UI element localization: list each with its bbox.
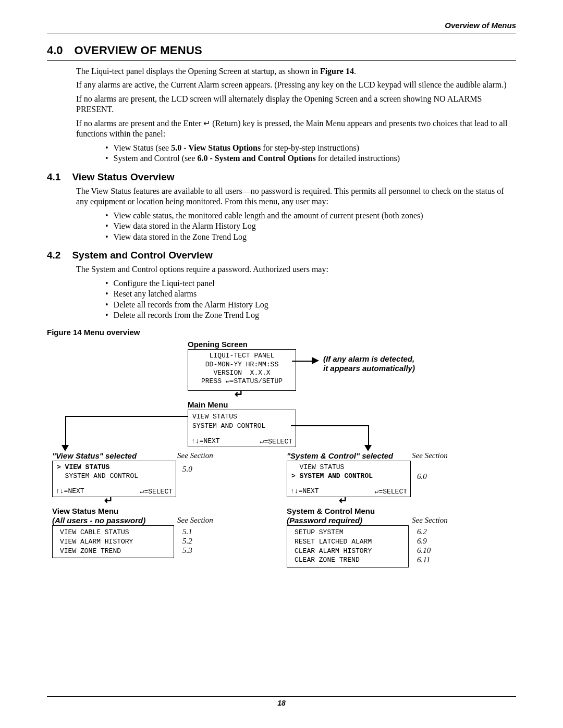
- sc-menu-box: SETUP SYSTEM RESET LATCHED ALARM CLEAR A…: [287, 525, 409, 567]
- vs-menu-label: View Status Menu: [52, 507, 118, 515]
- connector-line: [65, 416, 188, 417]
- alarm-note-1: (If any alarm is detected,: [323, 354, 414, 363]
- sc-selected-label: "System & Control" selected: [287, 451, 393, 460]
- connector-line: [65, 416, 66, 446]
- opening-screen-text: LIQUI-TECT PANEL DD-MON-YY HR:MM:SS VERS…: [192, 352, 291, 386]
- list-item: View cable status, the monitored cable l…: [105, 211, 516, 221]
- sc-selected-section: 6.0: [417, 472, 427, 481]
- see-section-label: See Section: [412, 516, 448, 525]
- bullet-list: View cable status, the monitored cable l…: [76, 211, 516, 242]
- section-number: 4.2: [47, 250, 60, 261]
- para-1: The Liqui-tect panel displays the Openin…: [76, 66, 516, 77]
- section-ref: 5.2: [182, 537, 192, 546]
- page-number: 18: [277, 699, 286, 707]
- main-menu-text: VIEW STATUS SYSTEM AND CONTROL: [192, 412, 291, 430]
- section-number: 4.0: [47, 44, 63, 57]
- section-4-2-body: The System and Control options require a…: [76, 264, 516, 320]
- see-section-label: See Section: [412, 451, 448, 460]
- see-section-label: See Section: [177, 451, 213, 460]
- connector-line: [292, 361, 313, 362]
- section-ref: 5.3: [182, 546, 192, 555]
- list-item: Delete all records from the Zone Trend L…: [105, 310, 516, 320]
- connector-line: [368, 425, 369, 446]
- nav-row: ↑↓=NEXT ↵=SELECT: [188, 437, 296, 446]
- enter-icon: ↵: [235, 388, 243, 400]
- sc-menu-item: RESET LATCHED ALARM: [295, 537, 404, 547]
- heading-rule: [47, 60, 516, 61]
- sc-menu-item: CLEAR ZONE TREND: [295, 556, 404, 565]
- vs-selected-section: 5.0: [182, 465, 192, 474]
- top-rule: [47, 33, 516, 33]
- main-menu-label: Main Menu: [188, 400, 228, 409]
- section-4-1-body: The View Status features are available t…: [76, 186, 516, 242]
- list-item: Reset any latched alarms: [105, 289, 516, 299]
- main-menu-box: VIEW STATUS SYSTEM AND CONTROL ↑↓=NEXT ↵…: [188, 410, 296, 447]
- sc-menu-item: CLEAR ALARM HISTORY: [295, 547, 404, 556]
- figure-caption: Figure 14 Menu overview: [47, 328, 516, 337]
- nav-row: ↑↓=NEXT ↵=SELECT: [287, 487, 410, 496]
- list-item: System and Control (see 6.0 - System and…: [105, 153, 516, 164]
- vs-menu-item: VIEW ALARM HISTORY: [60, 537, 169, 547]
- enter-icon: ↵: [339, 494, 348, 507]
- list-item: Delete all records from the Alarm Histor…: [105, 300, 516, 310]
- para: The View Status features are available t…: [76, 186, 516, 207]
- alarm-note-2: it appears automatically): [323, 364, 415, 373]
- vs-menu-item: VIEW ZONE TREND: [60, 547, 169, 556]
- arrow-down-icon: [364, 445, 372, 451]
- sc-menu-sub: (Password required): [287, 516, 362, 525]
- list-item: View Status (see 5.0 - View Status Optio…: [105, 143, 516, 153]
- arrow-down-icon: [62, 445, 69, 451]
- sc-selected-text: VIEW STATUS > SYSTEM AND CONTROL: [291, 463, 406, 481]
- section-title: System and Control Overview: [72, 250, 212, 261]
- section-4-0-heading: 4.0 OVERVIEW OF MENUS: [47, 44, 516, 57]
- bullet-list-1: View Status (see 5.0 - View Status Optio…: [76, 143, 516, 164]
- section-ref: 6.9: [417, 537, 427, 546]
- section-ref: 6.2: [417, 527, 427, 536]
- para-2: If any alarms are active, the Current Al…: [76, 80, 516, 90]
- section-4-1-heading: 4.1 View Status Overview: [47, 171, 516, 183]
- section-title: OVERVIEW OF MENUS: [75, 44, 203, 57]
- nav-row: ↑↓=NEXT ↵=SELECT: [53, 487, 176, 496]
- sc-selected-box: VIEW STATUS > SYSTEM AND CONTROL ↑↓=NEXT…: [287, 461, 411, 497]
- list-item: View data stored in the Alarm History Lo…: [105, 221, 516, 231]
- sc-menu-label: System & Control Menu: [287, 507, 375, 515]
- enter-icon: ↵: [104, 494, 113, 507]
- arrow-right-icon: [312, 357, 319, 364]
- para-4: If no alarms are present and the Enter ↵…: [76, 118, 516, 140]
- page-footer: 18: [47, 696, 516, 707]
- menu-overview-diagram: Opening Screen LIQUI-TECT PANEL DD-MON-Y…: [47, 340, 516, 569]
- opening-screen-label: Opening Screen: [188, 340, 248, 349]
- section-4-0-body: The Liqui-tect panel displays the Openin…: [76, 66, 516, 164]
- section-4-2-heading: 4.2 System and Control Overview: [47, 250, 516, 261]
- running-header: Overview of Menus: [47, 21, 516, 30]
- see-section-label: See Section: [177, 516, 213, 525]
- para-3: If no alarms are present, the LCD screen…: [76, 94, 516, 115]
- section-title: View Status Overview: [72, 171, 174, 183]
- connector-line: [291, 425, 369, 426]
- vs-menu-box: VIEW CABLE STATUS VIEW ALARM HISTORY VIE…: [52, 525, 174, 558]
- section-ref: 5.1: [182, 527, 192, 536]
- para: The System and Control options require a…: [76, 264, 516, 275]
- opening-screen-box: LIQUI-TECT PANEL DD-MON-YY HR:MM:SS VERS…: [188, 349, 296, 391]
- vs-selected-box: > VIEW STATUS SYSTEM AND CONTROL ↑↓=NEXT…: [52, 461, 176, 497]
- section-ref: 6.10: [417, 546, 431, 555]
- sc-menu-item: SETUP SYSTEM: [295, 528, 404, 537]
- vs-selected-text: > VIEW STATUS SYSTEM AND CONTROL: [57, 463, 172, 481]
- vs-menu-item: VIEW CABLE STATUS: [60, 528, 169, 537]
- section-ref: 6.11: [417, 556, 430, 564]
- vs-selected-label: "View Status" selected: [52, 451, 137, 460]
- section-number: 4.1: [47, 171, 60, 183]
- bullet-list: Configure the Liqui-tect panel Reset any…: [76, 278, 516, 321]
- vs-menu-sub: (All users - no password): [52, 516, 145, 525]
- list-item: Configure the Liqui-tect panel: [105, 278, 516, 289]
- list-item: View data stored in the Zone Trend Log: [105, 232, 516, 242]
